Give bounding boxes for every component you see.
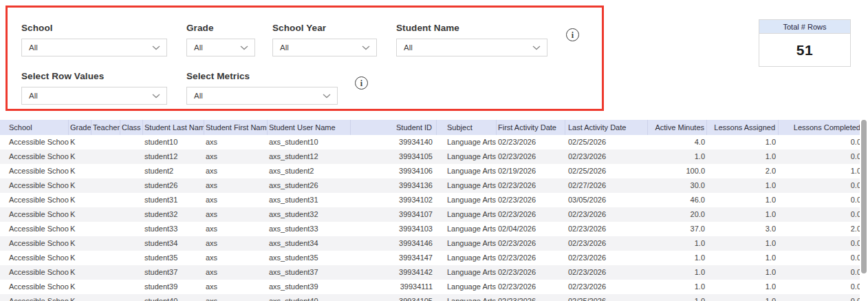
row-values-dropdown[interactable]: All	[21, 87, 167, 105]
table-cell: 3.0	[707, 222, 779, 236]
column-header[interactable]: Class	[120, 120, 143, 135]
table-row: Accessible SchoolKstudent33axsaxs_studen…	[0, 222, 868, 236]
metrics-dropdown[interactable]: All	[186, 87, 338, 105]
table-cell: 0.0	[779, 280, 862, 294]
table-cell: 1.0	[707, 280, 779, 294]
table-cell: axs	[204, 207, 268, 222]
table-cell: 02/23/2026	[565, 251, 648, 265]
table-cell: 39934105	[351, 149, 437, 164]
table-cell: 20.0	[648, 207, 707, 222]
column-header[interactable]: Lessons Completed	[779, 120, 862, 135]
table-cell: axs	[204, 222, 268, 236]
column-header[interactable]: Grade	[69, 120, 91, 135]
table-cell: axs	[204, 135, 268, 149]
table-cell: 02/23/2026	[565, 236, 648, 251]
table-cell	[91, 207, 120, 222]
filter-school-year: School Year All	[272, 23, 326, 33]
table-row: Accessible SchoolKstudent32axsaxs_studen…	[0, 207, 868, 222]
table-cell: 0.0	[779, 251, 862, 265]
table-cell: axs	[204, 149, 268, 164]
table-row: Accessible SchoolKstudent2axsaxs_student…	[0, 164, 868, 178]
column-header[interactable]: First Activity Date	[497, 120, 565, 135]
table-cell: axs	[204, 265, 268, 280]
table-cell: axs_student26	[268, 178, 351, 193]
table-cell: Language Arts	[437, 207, 497, 222]
filter-metrics-label: Select Metrics	[186, 71, 250, 81]
table-body: Accessible SchoolKstudent10axsaxs_studen…	[0, 135, 868, 301]
vertical-scrollbar[interactable]	[860, 118, 868, 301]
table-cell: 02/25/2026	[565, 164, 648, 178]
column-header[interactable]: Student First Name	[204, 120, 268, 135]
table-cell: student35	[143, 251, 204, 265]
table-cell: 0.0	[779, 149, 862, 164]
table-cell: Language Arts	[437, 251, 497, 265]
table-cell: student12	[143, 149, 204, 164]
chevron-down-icon	[152, 94, 160, 98]
info-icon[interactable]: i	[355, 76, 368, 90]
school-year-dropdown[interactable]: All	[272, 39, 377, 56]
table-cell: 1.0	[707, 193, 779, 207]
table-cell: 30.0	[648, 178, 707, 193]
table-cell: Language Arts	[437, 222, 497, 236]
table-cell: 39934103	[351, 222, 437, 236]
grade-dropdown[interactable]: All	[186, 39, 255, 56]
table-cell: 4.0	[648, 135, 707, 149]
column-header[interactable]: Student ID	[351, 120, 437, 135]
table-cell	[91, 149, 120, 164]
filter-school-year-label: School Year	[272, 23, 326, 33]
table-cell: student37	[143, 265, 204, 280]
table-cell: Accessible School	[0, 164, 69, 178]
table-row: Accessible SchoolKstudent31axsaxs_studen…	[0, 193, 868, 207]
school-dropdown[interactable]: All	[21, 39, 167, 56]
table-cell	[120, 280, 143, 294]
total-rows-card: Total # Rows 51	[759, 19, 851, 67]
column-header[interactable]: Lessons Assigned	[707, 120, 779, 135]
school-dropdown-value: All	[29, 43, 38, 52]
table-cell: axs	[204, 280, 268, 294]
column-header[interactable]: School	[0, 120, 69, 135]
table-cell: axs	[204, 294, 268, 301]
table-cell: K	[69, 265, 91, 280]
table-cell	[91, 135, 120, 149]
student-name-dropdown[interactable]: All	[396, 39, 547, 56]
total-rows-card-title: Total # Rows	[759, 20, 850, 34]
chevron-down-icon	[152, 45, 160, 50]
table-cell: Language Arts	[437, 149, 497, 164]
table-cell: student10	[143, 135, 204, 149]
info-icon[interactable]: i	[566, 28, 579, 41]
table-cell	[91, 280, 120, 294]
filter-student-name-label: Student Name	[396, 23, 459, 33]
table-cell: 02/23/2026	[497, 149, 565, 164]
column-header[interactable]: Student User Name	[268, 120, 351, 135]
table-cell: K	[69, 280, 91, 294]
table-cell: axs_student33	[268, 222, 351, 236]
column-header[interactable]: Active Minutes	[648, 120, 707, 135]
table-cell: student2	[143, 164, 204, 178]
table-cell: axs_student34	[268, 236, 351, 251]
table-cell: 39934102	[351, 193, 437, 207]
column-header[interactable]: Last Activity Date	[565, 120, 648, 135]
table-cell: Accessible School	[0, 294, 69, 301]
table-cell: student34	[143, 236, 204, 251]
table-cell: 2.0	[707, 164, 779, 178]
table-cell: 03/05/2026	[565, 193, 648, 207]
column-header[interactable]: Subject	[437, 120, 497, 135]
table-cell	[91, 265, 120, 280]
filter-grade: Grade All	[186, 23, 214, 33]
table-cell: 1.0	[648, 265, 707, 280]
column-header[interactable]: Student Last Name	[143, 120, 204, 135]
table-cell: 39934105	[351, 294, 437, 301]
table-cell: Accessible School	[0, 135, 69, 149]
column-header[interactable]: Teacher	[91, 120, 120, 135]
table-cell: 02/23/2026	[565, 207, 648, 222]
table-cell	[91, 164, 120, 178]
table-cell: Accessible School	[0, 149, 69, 164]
table-cell: 02/23/2026	[497, 251, 565, 265]
chevron-down-icon	[323, 94, 331, 98]
scrollbar-thumb[interactable]	[861, 120, 867, 273]
table-cell: 1.0	[707, 251, 779, 265]
table-cell: axs_student40	[268, 294, 351, 301]
filter-school-label: School	[21, 23, 53, 33]
table-cell	[120, 135, 143, 149]
table-cell: Accessible School	[0, 236, 69, 251]
